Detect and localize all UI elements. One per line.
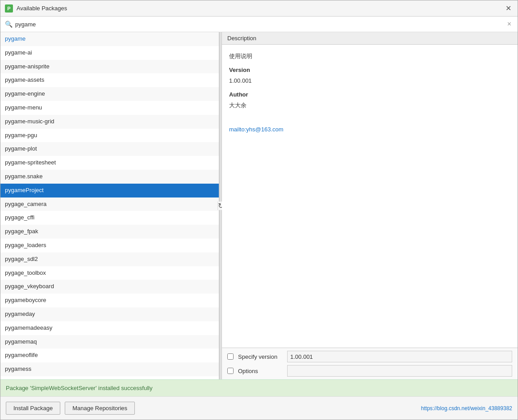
description-body: 使用说明 Version 1.00.001 Author 大大余 mailto:…: [222, 45, 518, 348]
watermark-link[interactable]: https://blog.csdn.net/weixin_43889382: [421, 405, 512, 412]
search-input[interactable]: [15, 21, 505, 28]
package-item[interactable]: pygame-plot: [0, 142, 219, 156]
package-item[interactable]: pygamess: [0, 362, 219, 376]
package-item[interactable]: pygamemadeeasy: [0, 321, 219, 335]
status-bar: Package 'SimpleWebSocketServer' installe…: [0, 379, 518, 396]
desc-author-label: Author: [229, 89, 510, 100]
package-item[interactable]: pygame-spritesheet: [0, 156, 219, 170]
package-item[interactable]: pygame-ai: [0, 46, 219, 60]
package-item[interactable]: pygame.snake: [0, 170, 219, 184]
options-bar: Specify version Options: [222, 348, 518, 379]
window-title: Available Packages: [17, 5, 67, 12]
package-item[interactable]: pygame-assets: [0, 73, 219, 87]
package-item[interactable]: pygage_fpak: [0, 225, 219, 239]
options-input[interactable]: [287, 365, 512, 377]
search-bar: 🔍 ×: [0, 17, 518, 32]
package-item[interactable]: pygamemaq: [0, 335, 219, 349]
close-button[interactable]: ✕: [503, 4, 513, 13]
package-item[interactable]: pygametemplate: [0, 376, 219, 379]
package-item[interactable]: pygame-menu: [0, 101, 219, 115]
main-content: pygamepygame-aipygame-anispritepygame-as…: [0, 32, 518, 379]
title-bar-left: P Available Packages: [5, 4, 67, 13]
desc-intro: 使用说明: [229, 51, 510, 61]
manage-repositories-button[interactable]: Manage Repositories: [65, 402, 135, 415]
desc-author-value: 大大余: [229, 100, 510, 110]
package-item[interactable]: pygage_vkeyboard: [0, 280, 219, 294]
bottom-buttons: Install Package Manage Repositories http…: [0, 396, 518, 420]
search-icon: 🔍: [5, 21, 13, 28]
title-bar: P Available Packages ✕: [0, 0, 518, 17]
description-header: Description: [222, 32, 518, 45]
package-item[interactable]: pygage_loaders: [0, 239, 219, 252]
package-item[interactable]: pygameday: [0, 307, 219, 321]
search-clear-button[interactable]: ×: [505, 20, 513, 28]
available-packages-window: P Available Packages ✕ 🔍 × pygamepygame-…: [0, 0, 518, 420]
status-message: Package 'SimpleWebSocketServer' installe…: [6, 385, 152, 391]
package-list-panel: pygamepygame-aipygame-anispritepygame-as…: [0, 32, 219, 379]
package-item[interactable]: pygameoflife: [0, 349, 219, 362]
specify-version-label: Specify version: [238, 353, 283, 360]
app-icon: P: [5, 4, 13, 13]
options-label: Options: [238, 368, 283, 374]
package-item[interactable]: pygame: [0, 32, 219, 46]
options-row: Options: [227, 365, 512, 377]
specify-version-input[interactable]: [287, 351, 512, 362]
description-panel: Description 使用说明 Version 1.00.001 Author…: [222, 32, 518, 379]
package-item[interactable]: pygage_camera: [0, 197, 219, 211]
install-package-button[interactable]: Install Package: [6, 402, 60, 415]
package-item[interactable]: pygame-engine: [0, 87, 219, 101]
desc-email-link[interactable]: mailto:yhs@163.com: [229, 126, 284, 133]
package-list: pygamepygame-aipygame-anispritepygame-as…: [0, 32, 219, 379]
package-item[interactable]: pygage_sdl2: [0, 252, 219, 266]
package-item[interactable]: pygameProject: [0, 184, 219, 197]
package-item[interactable]: pygage_cffi: [0, 211, 219, 225]
specify-version-row: Specify version: [227, 351, 512, 362]
package-item[interactable]: pygame-anisprite: [0, 60, 219, 74]
package-item[interactable]: pygage_toolbox: [0, 266, 219, 280]
package-item[interactable]: pygame-pgu: [0, 129, 219, 143]
specify-version-checkbox[interactable]: [227, 353, 234, 360]
desc-version-label: Version: [229, 65, 510, 75]
options-checkbox[interactable]: [227, 368, 234, 374]
package-item[interactable]: pygame-music-grid: [0, 115, 219, 129]
package-item[interactable]: pygameboycore: [0, 294, 219, 307]
desc-version-value: 1.00.001: [229, 76, 510, 86]
